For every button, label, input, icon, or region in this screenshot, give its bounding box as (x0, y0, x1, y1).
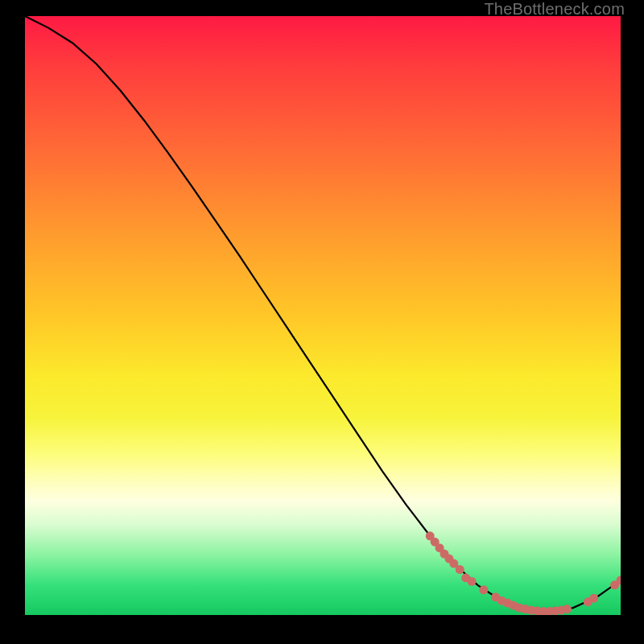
plot-area (25, 16, 621, 615)
data-point (479, 585, 488, 594)
data-markers (426, 531, 621, 615)
watermark-text: TheBottleneck.com (484, 0, 625, 19)
data-point (468, 577, 477, 586)
data-point (589, 594, 598, 603)
data-point (456, 565, 464, 574)
chart-svg (25, 16, 621, 615)
chart-stage: TheBottleneck.com (0, 0, 644, 644)
data-point (563, 605, 572, 613)
bottleneck-curve (25, 16, 621, 612)
